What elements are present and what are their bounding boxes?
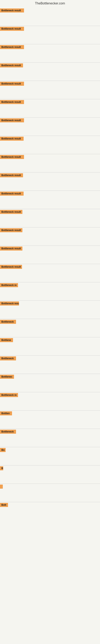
bottleneck-result-badge[interactable]: Bottleneck result	[0, 8, 24, 12]
bottleneck-result-badge[interactable]: Bottleneck re	[0, 283, 18, 287]
bottleneck-result-badge[interactable]: Bottleneck result	[0, 173, 23, 177]
bottleneck-result-badge[interactable]: Bottleneck re	[0, 393, 18, 397]
bottleneck-result-badge[interactable]: Bott	[0, 503, 8, 507]
bottleneck-result-badge[interactable]: Bottleneck resul	[0, 302, 19, 306]
bottleneck-result-badge[interactable]: Bottleneck result	[0, 82, 24, 86]
list-item: Bottleneck	[0, 429, 100, 446]
bottleneck-result-badge[interactable]: Bottleneck result	[0, 100, 24, 104]
list-item: B	[0, 466, 100, 483]
bottleneck-result-badge[interactable]: Bottleneck result	[0, 192, 24, 196]
list-item: Bottleneck result	[0, 8, 100, 25]
bottleneck-result-badge[interactable]: Bottleneck	[0, 320, 16, 324]
list-item: Bottleneck result	[0, 118, 100, 135]
bottleneck-result-badge[interactable]: Bottlen	[0, 411, 12, 416]
list-item: Bottleneck resul	[0, 301, 100, 318]
list-item: Bottleneck result	[0, 209, 100, 227]
list-item: Bottleneck result	[0, 246, 100, 264]
list-item: Bottleneck re	[0, 392, 100, 410]
list-item: Bottleneck result	[0, 154, 100, 172]
bottleneck-result-badge[interactable]: Bottleneck result	[0, 210, 22, 214]
bottleneck-result-badge[interactable]: Bottleneck	[0, 356, 16, 360]
bottleneck-result-badge[interactable]: Bottleneck result	[0, 45, 24, 49]
list-item	[0, 484, 100, 502]
list-item: Bottlenec	[0, 374, 100, 392]
bottleneck-list: Bottleneck resultBottleneck resultBottle…	[0, 8, 100, 520]
bottleneck-result-badge[interactable]: Bo	[0, 448, 6, 452]
bottleneck-result-badge[interactable]: Bottlenec	[0, 375, 14, 379]
bottleneck-result-badge[interactable]: Bottleneck result	[0, 246, 22, 250]
bottleneck-result-badge[interactable]: Bottleneck result	[0, 265, 22, 269]
list-item: Bottleneck	[0, 319, 100, 337]
bottleneck-result-badge[interactable]: Bottleneck result	[0, 118, 24, 122]
bottleneck-result-badge[interactable]	[0, 484, 3, 489]
bottleneck-result-badge[interactable]: Bottleneck	[0, 430, 16, 434]
list-item: Bottlen	[0, 410, 100, 428]
list-item: Bottleneck result	[0, 136, 100, 154]
list-item: Bottleneck result	[0, 81, 100, 98]
site-title: TheBottlenecker.com	[0, 0, 100, 8]
list-item: Bottleneck result	[0, 172, 100, 190]
list-item: Bottleneck result	[0, 228, 100, 245]
list-item: Bottleneck result	[0, 44, 100, 62]
list-item: Bottleneck result	[0, 62, 100, 80]
list-item: Bottleneck result	[0, 99, 100, 117]
bottleneck-result-badge[interactable]: B	[0, 466, 3, 470]
list-item: Bottleneck result	[0, 26, 100, 44]
bottleneck-result-badge[interactable]: Bottleneck result	[0, 64, 23, 68]
bottleneck-result-badge[interactable]: Bottlene	[0, 338, 13, 342]
list-item: Bo	[0, 447, 100, 465]
bottleneck-result-badge[interactable]: Bottleneck result	[0, 137, 24, 141]
bottleneck-result-badge[interactable]: Bottleneck result	[0, 27, 24, 31]
list-item: Bott	[0, 502, 100, 520]
bottleneck-result-badge[interactable]: Bottleneck result	[0, 155, 24, 159]
list-item: Bottleneck	[0, 356, 100, 373]
list-item: Bottleneck result	[0, 191, 100, 208]
list-item: Bottleneck re	[0, 282, 100, 300]
bottleneck-result-badge[interactable]: Bottleneck result	[0, 228, 22, 232]
list-item: Bottlene	[0, 337, 100, 355]
list-item: Bottleneck result	[0, 264, 100, 282]
